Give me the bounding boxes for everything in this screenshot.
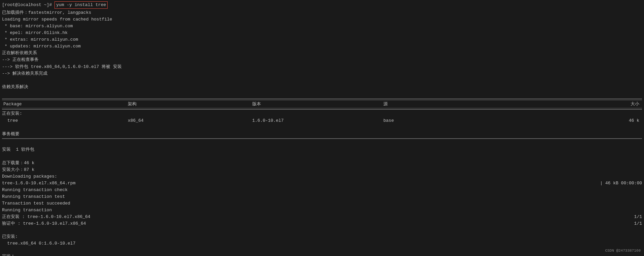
pkg-arch: x86_64 xyxy=(126,117,251,124)
output-line: * extras: mirrors.aliyun.com xyxy=(2,36,642,43)
verifying-pkg-line: 验证中 : tree-1.6.0-10.el7.x86_64 xyxy=(2,220,86,227)
pkg-name: tree xyxy=(2,117,126,124)
output-line: * epel: mirror.01link.hk xyxy=(2,30,642,36)
col-source: 源 xyxy=(382,101,493,108)
output-line: Loading mirror speeds from cached hostfi… xyxy=(2,16,642,23)
output-line xyxy=(2,77,642,84)
output-line: 已加载插件：fastestmirror, langpacks xyxy=(2,9,642,16)
installed-pkg: tree.x86_64 0:1.6.0-10.el7 xyxy=(2,240,642,247)
col-size: 大小 xyxy=(493,101,642,108)
check-line: Running transaction check xyxy=(2,187,642,193)
pkg-version: 1.6.0-10.el7 xyxy=(251,117,382,124)
rpm-progress: | 46 kB 00:00:00 xyxy=(600,180,642,187)
installed-label: 已安装: xyxy=(2,233,642,240)
watermark: CSDN @2473387160 xyxy=(605,248,641,254)
dependency-resolved: 依赖关系解决 xyxy=(2,84,642,90)
prompt: [root@localhost ~]# xyxy=(2,2,54,8)
installing-pkg-line: 正在安装 : tree-1.6.0-10.el7.x86_64 xyxy=(2,214,90,220)
package-row: tree x86_64 1.6.0-10.el7 base 46 k xyxy=(2,117,642,124)
command-text: yum -y install tree xyxy=(54,1,108,9)
command-line: [root@localhost ~]# yum -y install tree xyxy=(2,1,642,9)
output-line: * updates: mirrors.aliyun.com xyxy=(2,43,642,50)
output-line: ---> 软件包 tree.x86_64,0,1.6.0-10.el7 将被 安… xyxy=(2,64,642,70)
terminal-window: [root@localhost ~]# yum -y install tree … xyxy=(0,0,644,256)
col-arch: 架构 xyxy=(126,101,251,108)
col-package: Package xyxy=(2,101,126,108)
rpm-progress-line: tree-1.6.0-10.el7.x86_64.rpm | 46 kB 00:… xyxy=(2,180,642,187)
complete-msg: 完毕！ xyxy=(2,253,642,256)
install-summary: 安装 1 软件包 xyxy=(2,146,642,153)
verifying-progress-line: 验证中 : tree-1.6.0-10.el7.x86_64 1/1 xyxy=(2,220,642,227)
output-line: --> 正在检查事务 xyxy=(2,57,642,63)
col-version: 版本 xyxy=(251,101,382,108)
downloading-label: Downloading packages: xyxy=(2,173,642,180)
installing-progress-line: 正在安装 : tree-1.6.0-10.el7.x86_64 1/1 xyxy=(2,214,642,220)
total-download: 总下载量：46 k xyxy=(2,160,642,167)
pkg-size: 46 k xyxy=(493,117,642,124)
table-header: Package 架构 版本 源 大小 xyxy=(2,100,642,109)
test-line: Running transaction test xyxy=(2,193,642,200)
verifying-progress: 1/1 xyxy=(634,220,642,227)
rpm-filename: tree-1.6.0-10.el7.x86_64.rpm xyxy=(2,180,75,187)
transaction-summary-label: 事务概要 xyxy=(2,131,642,138)
installing-label: 正在安装: xyxy=(2,110,642,117)
pkg-source: base xyxy=(382,117,493,124)
install-size: 安装大小：87 k xyxy=(2,167,642,173)
test-succeed: Transaction test succeeded xyxy=(2,200,642,207)
output-line: --> 解决依赖关系完成 xyxy=(2,70,642,77)
package-table: Package 架构 版本 源 大小 正在安装: tree x86_64 1.6… xyxy=(2,99,642,256)
running-transaction: Running transaction xyxy=(2,207,642,214)
installing-progress: 1/1 xyxy=(634,214,642,220)
output-line: * base: mirrors.aliyun.com xyxy=(2,23,642,30)
output-line: 正在解析依赖关系 xyxy=(2,50,642,57)
